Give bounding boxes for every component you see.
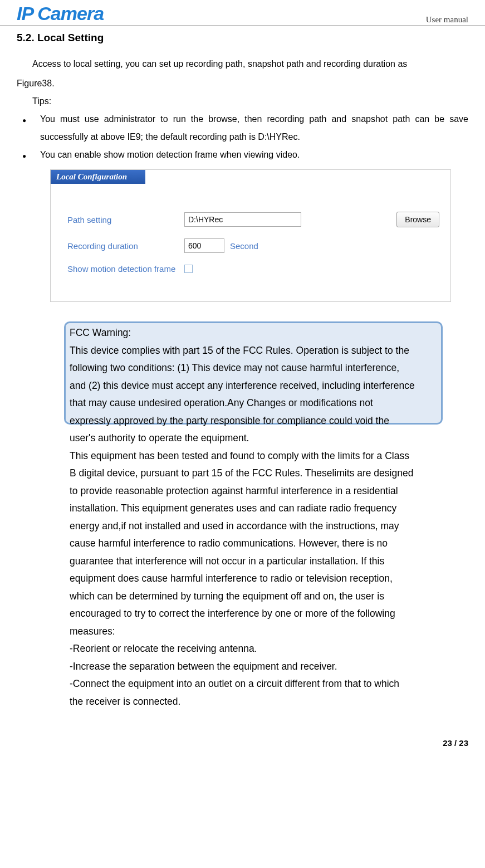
page-number: 23 / 23 xyxy=(443,738,468,748)
path-row: Path setting Browse xyxy=(67,212,439,227)
duration-unit: Second xyxy=(230,241,258,251)
page-header: IP Camera User manual xyxy=(0,0,485,26)
page-content: 5.2. Local Setting Access to local setti… xyxy=(0,26,485,721)
fcc-measure-3: -Connect the equipment into an outlet on… xyxy=(70,675,415,710)
intro-line-2: Figure38. xyxy=(17,75,468,92)
browse-button[interactable]: Browse xyxy=(396,212,439,227)
panel-body: Path setting Browse Recording duration S… xyxy=(51,184,450,301)
motion-label: Show motion detection frame xyxy=(67,264,184,274)
list-item: You must use administrator to run the br… xyxy=(17,110,468,146)
fcc-measure-2: -Increase the separation between the equ… xyxy=(70,658,415,676)
fcc-measure-1: -Reorient or relocate the receiving ante… xyxy=(70,640,415,658)
path-input[interactable] xyxy=(184,212,301,227)
fcc-paragraph-2: This equipment has been tested and found… xyxy=(70,447,415,641)
page-footer: 23 / 23 xyxy=(0,721,485,753)
fcc-title: FCC Warning: xyxy=(70,324,415,342)
motion-checkbox[interactable] xyxy=(184,265,193,273)
section-title: 5.2. Local Setting xyxy=(17,32,468,44)
motion-row: Show motion detection frame xyxy=(67,264,439,274)
list-item: You can enable show motion detection fra… xyxy=(17,146,468,164)
fcc-paragraph-1: This device complies with part 15 of the… xyxy=(70,342,415,447)
fcc-warning-block: FCC Warning: This device complies with p… xyxy=(67,324,418,710)
duration-label: Recording duration xyxy=(67,241,184,251)
duration-row: Recording duration Second xyxy=(67,238,439,253)
header-label: User manual xyxy=(426,15,468,25)
logo: IP Camera xyxy=(17,3,104,25)
tips-label: Tips: xyxy=(17,92,468,110)
duration-input[interactable] xyxy=(184,238,224,253)
tips-list: You must use administrator to run the br… xyxy=(17,110,468,164)
config-panel: Local Configuration Path setting Browse … xyxy=(50,169,451,302)
intro-line-1: Access to local setting, you can set up … xyxy=(17,55,468,73)
path-label: Path setting xyxy=(67,215,184,225)
screenshot-figure: Local Configuration Path setting Browse … xyxy=(50,169,451,302)
fcc-text: FCC Warning: This device complies with p… xyxy=(67,324,418,710)
panel-title: Local Configuration xyxy=(51,170,145,184)
